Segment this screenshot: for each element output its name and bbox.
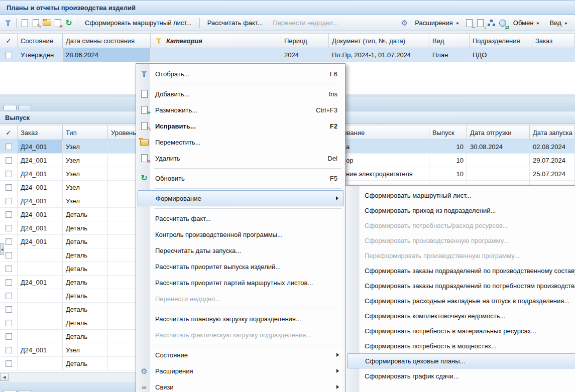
row-checkbox[interactable] <box>6 184 12 191</box>
column-header-ship-date[interactable]: Дата отгрузки <box>467 125 530 140</box>
row-checkbox[interactable] <box>6 198 12 204</box>
context-menu-item[interactable]: Рассчитать приоритет выпуска изделий... <box>138 258 343 275</box>
add-document-icon[interactable] <box>20 18 30 28</box>
row-checkbox[interactable] <box>6 279 12 286</box>
submenu-item[interactable]: Сформировать потребность в материальных … <box>347 323 575 338</box>
context-menu-item[interactable]: Рассчитать фактическую загрузку подразде… <box>138 327 343 343</box>
submenu-item[interactable]: Сформировать заказы подразделений по пот… <box>347 278 575 293</box>
context-menu-item[interactable]: Добавить... Ins <box>138 86 343 102</box>
splitter-collapse-button[interactable]: ◀ <box>0 243 4 255</box>
submenu-item[interactable]: Сформировать комплектовочную ведомость..… <box>347 308 575 323</box>
context-menu-item[interactable]: Перенести недодел... <box>138 291 343 307</box>
context-menu-item[interactable]: Связи <box>138 379 343 392</box>
extensions-button[interactable]: Расширения <box>410 17 464 29</box>
submenu-item[interactable]: Сформировать маршрутный лист... <box>347 188 575 203</box>
row-checkbox[interactable] <box>6 360 12 367</box>
column-header-type[interactable]: Тип <box>63 125 108 140</box>
column-header-check[interactable]: ✓ <box>0 34 18 48</box>
row-checkbox[interactable] <box>6 347 12 353</box>
context-menu-item[interactable]: Контроль производственной программы... <box>138 226 343 242</box>
delete-document-icon[interactable] <box>53 18 63 28</box>
column-header-category[interactable]: Категория <box>151 34 281 48</box>
column-header-document[interactable]: Документ (тип, №, дата) <box>329 34 429 48</box>
menu-item-icon <box>347 296 360 306</box>
export-document-icon[interactable] <box>465 18 475 28</box>
column-header-qty[interactable]: Выпуск <box>429 125 467 140</box>
row-checkbox[interactable] <box>6 333 12 340</box>
column-header-launch-date[interactable]: Дата запуска <box>530 125 575 140</box>
submenu-item[interactable]: Сформировать график сдачи... <box>347 368 575 383</box>
refresh-icon[interactable] <box>64 18 74 28</box>
exchange-button[interactable]: Обмен <box>509 17 544 29</box>
move-backlog-button[interactable]: Перенести недодел... <box>268 17 342 29</box>
row-checkbox[interactable] <box>6 157 12 164</box>
submenu-item[interactable]: Сформировать приход из подразделений... <box>347 203 575 218</box>
context-menu-item[interactable]: Рассчитать приоритет партий маршрутных л… <box>138 275 343 291</box>
plans-table-row[interactable]: Утвержден 28.06.2024 2024 Пл.Пр, 2024-1,… <box>0 48 575 62</box>
type-cell: Узел <box>63 154 108 167</box>
context-menu-item[interactable] <box>138 82 343 86</box>
row-checkbox[interactable] <box>6 211 12 218</box>
row-checkbox[interactable] <box>6 266 12 272</box>
submenu-item[interactable]: Сформировать заказы подразделений по про… <box>347 263 575 278</box>
context-menu-item[interactable]: Состояние <box>138 347 343 363</box>
context-menu-item[interactable]: Отобрать... F6 <box>138 66 343 82</box>
row-checkbox[interactable] <box>6 52 12 58</box>
context-menu-item[interactable]: Пересчитать даты запуска... <box>138 242 343 258</box>
view-button[interactable]: Вид <box>545 17 572 29</box>
submenu-item[interactable]: Сформировать производственную программу.… <box>347 233 575 248</box>
context-menu-item[interactable]: Исправить... F2 <box>138 118 343 134</box>
submenu-item[interactable]: Сформировать цеховые планы... <box>347 353 575 368</box>
row-checkbox[interactable] <box>6 225 12 231</box>
context-menu-item[interactable]: Удалить Del <box>138 150 343 166</box>
column-header-kind[interactable]: Вид <box>429 34 470 48</box>
context-menu-item[interactable] <box>138 307 343 311</box>
column-header-order[interactable]: Заказ <box>18 125 63 140</box>
exchange-globe-icon[interactable] <box>498 18 508 28</box>
row-checkbox[interactable] <box>6 306 12 313</box>
extensions-icon[interactable] <box>399 18 409 28</box>
submenu-item[interactable]: Сформировать потребность/расход ресурсов… <box>347 218 575 233</box>
period-cell: 2024 <box>281 48 329 62</box>
context-menu-item[interactable]: Обновить F5 <box>138 170 343 186</box>
row-checkbox[interactable] <box>6 238 12 245</box>
column-header-state[interactable]: Состояние <box>18 34 63 48</box>
row-checkbox[interactable] <box>6 320 12 326</box>
context-menu-item[interactable] <box>138 166 343 170</box>
context-menu-item[interactable]: Рассчитать факт... <box>138 210 343 226</box>
detail-tab[interactable] <box>4 105 17 110</box>
column-header-check[interactable]: ✓ <box>0 125 18 140</box>
context-menu-item[interactable]: Размножить... Ctrl+F3 <box>138 102 343 118</box>
context-menu-item[interactable]: Рассчитать плановую загрузку подразделен… <box>138 311 343 327</box>
column-header-order[interactable]: Заказ <box>532 34 575 48</box>
row-checkbox[interactable] <box>6 252 12 258</box>
order-cell: Д24_001 <box>18 343 63 357</box>
context-menu-item[interactable] <box>138 186 343 190</box>
submenu-item[interactable]: Сформировать расходные накладные на отпу… <box>347 293 575 308</box>
move-folder-icon[interactable] <box>42 18 52 28</box>
calc-fact-button[interactable]: Рассчитать факт... <box>203 17 268 29</box>
context-menu-item[interactable] <box>138 206 343 210</box>
structure-icon[interactable] <box>487 18 497 28</box>
edit-document-icon[interactable] <box>31 18 41 28</box>
bottom-tab[interactable] <box>4 390 17 392</box>
submenu-item[interactable]: Переформировать производственную програм… <box>347 248 575 263</box>
detail-tab[interactable] <box>18 105 31 110</box>
column-header-state-date[interactable]: Дата смены состояния <box>63 34 151 48</box>
submenu-item[interactable]: Сформировать потребность в мощностях... <box>347 338 575 353</box>
form-route-sheet-button[interactable]: Сформировать маршрутный лист... <box>80 17 196 29</box>
row-checkbox[interactable] <box>6 144 12 150</box>
context-menu-item[interactable] <box>138 343 343 347</box>
context-menu-item[interactable]: Переместить... <box>138 134 343 150</box>
row-checkbox[interactable] <box>6 293 12 299</box>
context-menu-item[interactable]: Расширения <box>138 363 343 379</box>
filter-icon[interactable] <box>3 18 13 28</box>
menu-item-icon <box>138 382 151 392</box>
context-menu-item[interactable]: Формирование <box>138 190 343 206</box>
bottom-tab[interactable] <box>18 390 31 392</box>
scroll-left-button[interactable]: ◀ <box>0 373 9 381</box>
import-document-icon[interactable] <box>476 18 486 28</box>
row-checkbox[interactable] <box>6 171 12 177</box>
column-header-departments[interactable]: Подразделения <box>470 34 532 48</box>
column-header-period[interactable]: Период <box>281 34 329 48</box>
